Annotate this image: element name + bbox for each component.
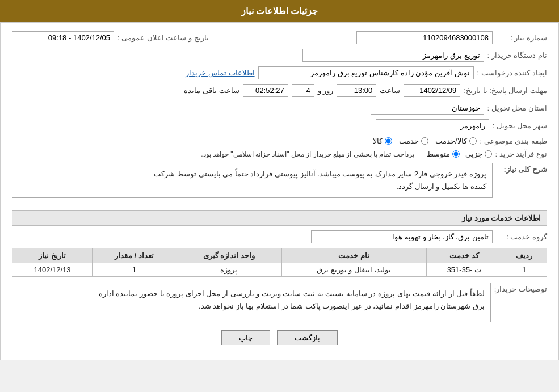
deadline-date xyxy=(404,84,460,97)
remaining-label: ساعت باقی مانده xyxy=(184,86,239,95)
buyer-notes-line1: لطفاً قبل از ارائه قیمت بهای پروژه در سا… xyxy=(18,288,485,300)
days-label: روز و xyxy=(318,86,334,95)
process-motavasset-label[interactable]: متوسط xyxy=(427,150,460,158)
creator-row: ایجاد کننده درخواست : اطلاعات تماس خریدا… xyxy=(12,66,547,79)
category-kala-radio[interactable] xyxy=(385,137,392,145)
category-kala-text: کالا xyxy=(373,137,383,145)
creator-input xyxy=(258,66,474,79)
description-label: شرح کلی نیاز: xyxy=(496,163,547,174)
table-row: 1 ت -35-351 تولید، انتقال و توزیع برق پر… xyxy=(12,263,547,277)
col-name: نام خدمت xyxy=(281,248,426,263)
need-number-input xyxy=(356,31,493,44)
cell-date: 1402/12/13 xyxy=(12,263,93,277)
city-label: شهر محل تحویل : xyxy=(493,121,547,130)
services-table: ردیف کد خدمت نام خدمت واحد اندازه گیری ت… xyxy=(12,248,547,277)
province-input xyxy=(371,102,484,115)
page-title: جزئیات اطلاعات نیاز xyxy=(241,6,318,16)
creator-label: ایجاد کننده درخواست : xyxy=(477,69,547,77)
category-khedmat-radio[interactable] xyxy=(421,137,428,145)
process-label: نوع فرآیند خرید : xyxy=(495,150,547,158)
process-row: نوع فرآیند خرید : جزیی متوسط پرداخت تمام… xyxy=(12,150,547,158)
process-motavasset-radio[interactable] xyxy=(452,150,460,158)
process-note: پرداخت تمام یا بخشی از مبلغ خریدار از مح… xyxy=(201,150,414,158)
description-line1: پروژه فیدر خروجی فاز2 سایر مدارک به پیوس… xyxy=(18,168,486,180)
cell-row: 1 xyxy=(502,263,547,277)
page-header: جزئیات اطلاعات نیاز xyxy=(0,0,559,22)
category-kala-label[interactable]: کالا xyxy=(373,137,392,145)
category-label: طبقه بندی موضوعی : xyxy=(480,137,547,145)
time-value xyxy=(337,84,376,97)
back-button[interactable]: بازگشت xyxy=(277,330,338,345)
category-khedmat-text: خدمت xyxy=(399,137,419,145)
buyer-notes-line2: برق شهرستان رامهرمز اقدام نمائید، در غیر… xyxy=(18,300,485,313)
contact-link[interactable]: اطلاعات تماس خریدار xyxy=(186,69,254,77)
buyer-system-label: نام دستگاه خریدار : xyxy=(487,51,547,60)
buyer-notes-row: توصیحات خریدار: لطفاً قبل از ارائه قیمت … xyxy=(12,283,547,322)
province-label: استان محل تحویل : xyxy=(487,104,547,112)
cell-code: ت -35-351 xyxy=(426,263,502,277)
category-row: طبقه بندی موضوعی : کالا خدمت کالا/خدمت xyxy=(12,137,547,145)
col-qty: تعداد / مقدار xyxy=(93,248,176,263)
buyer-notes-label: توصیحات خریدار: xyxy=(494,283,547,293)
service-group-label: گروه خدمت : xyxy=(496,233,547,241)
deadline-label: مهلت ارسال پاسخ: تا تاریخ: xyxy=(464,86,547,95)
category-khedmat-label[interactable]: خدمت xyxy=(399,137,428,145)
buyer-system-row: نام دستگاه خریدار : xyxy=(12,49,547,62)
category-both-label[interactable]: کالا/خدمت xyxy=(435,137,477,145)
province-row: استان محل تحویل : xyxy=(12,102,547,115)
col-row: ردیف xyxy=(502,248,547,263)
announcement-value xyxy=(12,31,114,44)
cell-qty: 1 xyxy=(93,263,176,277)
category-both-text: کالا/خدمت xyxy=(435,137,467,145)
description-box: پروژه فیدر خروجی فاز2 سایر مدارک به پیوس… xyxy=(12,163,493,198)
city-input xyxy=(376,119,489,132)
col-unit: واحد اندازه گیری xyxy=(176,248,281,263)
process-jozii-radio[interactable] xyxy=(485,150,492,158)
process-motavasset-text: متوسط xyxy=(427,150,450,158)
days-value xyxy=(292,84,314,97)
announcement-label: تاریخ و ساعت اعلان عمومی : xyxy=(117,33,209,42)
buttons-row: بازگشت چاپ xyxy=(12,330,547,351)
services-section-title: اطلاعات خدمات مورد نیاز xyxy=(12,210,547,226)
city-row: شهر محل تحویل : xyxy=(12,119,547,132)
print-button[interactable]: چاپ xyxy=(221,330,270,345)
service-group-input xyxy=(311,230,493,243)
need-number-row: شماره نیاز : تاریخ و ساعت اعلان عمومی : xyxy=(12,31,547,44)
col-date: تاریخ نیاز xyxy=(12,248,93,263)
description-line2: کننده ها تکمیل و ارسال گردد. xyxy=(18,180,486,193)
category-radio-group: کالا خدمت کالا/خدمت xyxy=(373,137,477,145)
buyer-notes-box: لطفاً قبل از ارائه قیمت بهای پروژه در سا… xyxy=(12,283,491,322)
service-group-row: گروه خدمت : xyxy=(12,230,547,243)
remaining-value xyxy=(243,84,288,97)
process-options: جزیی متوسط xyxy=(427,150,492,158)
process-jozii-label[interactable]: جزیی xyxy=(465,150,492,158)
time-label: ساعت xyxy=(380,86,400,95)
process-jozii-text: جزیی xyxy=(465,150,482,158)
cell-unit: پروژه xyxy=(176,263,281,277)
cell-name: تولید، انتقال و توزیع برق xyxy=(281,263,426,277)
buyer-system-input xyxy=(302,49,484,62)
need-number-label: شماره نیاز : xyxy=(496,33,547,42)
category-both-radio[interactable] xyxy=(469,137,477,145)
deadline-row: مهلت ارسال پاسخ: تا تاریخ: ساعت روز و سا… xyxy=(12,84,547,97)
col-code: کد خدمت xyxy=(426,248,502,263)
